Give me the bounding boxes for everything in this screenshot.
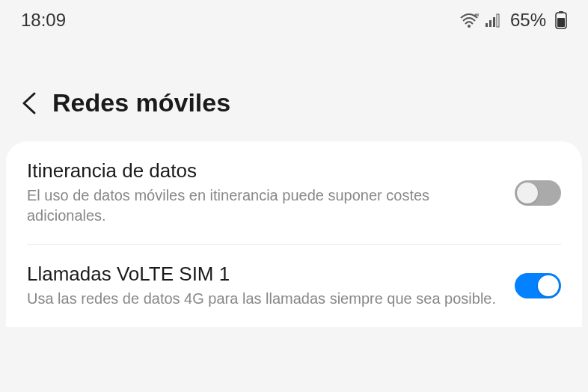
- svg-rect-7: [557, 18, 565, 27]
- svg-point-0: [468, 25, 471, 28]
- setting-title: Llamadas VoLTE SIM 1: [27, 263, 500, 286]
- setting-data-roaming[interactable]: Itinerancia de datos El uso de datos móv…: [6, 141, 582, 244]
- setting-content: Itinerancia de datos El uso de datos móv…: [27, 159, 515, 226]
- signal-icon: [485, 13, 501, 28]
- status-bar: 18:09 65%: [0, 0, 588, 40]
- svg-rect-4: [497, 14, 499, 27]
- setting-content: Llamadas VoLTE SIM 1 Usa las redes de da…: [27, 263, 515, 309]
- svg-rect-3: [493, 17, 495, 27]
- toggle-volte-sim1[interactable]: [515, 273, 561, 298]
- battery-icon: [555, 11, 567, 29]
- page-title: Redes móviles: [52, 88, 230, 117]
- svg-rect-1: [486, 23, 488, 27]
- wifi-icon: [459, 12, 479, 28]
- page-header: Redes móviles: [0, 40, 588, 141]
- back-icon[interactable]: [21, 91, 37, 116]
- status-time: 18:09: [21, 10, 66, 31]
- setting-description: El uso de datos móviles en itinerancia p…: [27, 186, 500, 226]
- svg-rect-2: [489, 20, 491, 27]
- settings-panel: Itinerancia de datos El uso de datos móv…: [6, 141, 582, 327]
- battery-percentage: 65%: [510, 10, 546, 31]
- setting-volte-sim1[interactable]: Llamadas VoLTE SIM 1 Usa las redes de da…: [6, 245, 582, 327]
- setting-description: Usa las redes de datos 4G para las llama…: [27, 289, 500, 309]
- setting-title: Itinerancia de datos: [27, 159, 500, 183]
- status-icons: 65%: [459, 10, 567, 31]
- toggle-data-roaming[interactable]: [515, 180, 561, 206]
